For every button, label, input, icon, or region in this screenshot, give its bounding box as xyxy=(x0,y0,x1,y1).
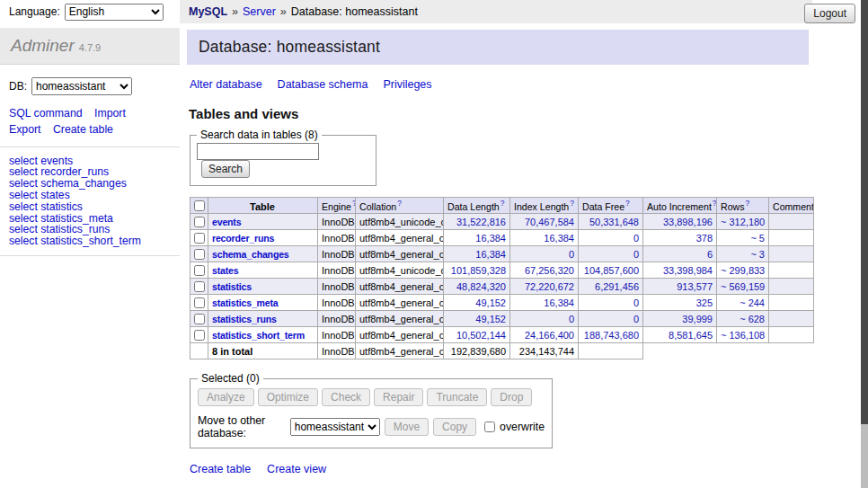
rows-link[interactable]: ~ 628 xyxy=(740,314,765,324)
rows-link[interactable]: ~ 312,180 xyxy=(721,217,765,227)
data-free-link[interactable]: 0 xyxy=(633,233,639,244)
header-row: Table Engine? Collation? Data Length? In… xyxy=(190,198,814,214)
table-name-link[interactable]: events xyxy=(212,217,241,227)
row-checkbox[interactable] xyxy=(194,217,205,227)
database-nav-link[interactable]: Database schema xyxy=(278,78,368,91)
help-icon[interactable]: ? xyxy=(625,199,630,208)
data-length-link[interactable]: 10,502,144 xyxy=(456,330,506,341)
rows-link[interactable]: ~ 244 xyxy=(740,297,765,308)
help-icon[interactable]: ? xyxy=(352,199,356,208)
index-length-link[interactable]: 0 xyxy=(569,249,574,260)
selected-action-button[interactable]: Optimize xyxy=(258,388,318,406)
help-icon[interactable]: ? xyxy=(713,199,717,208)
move-db-select[interactable]: homeassistant xyxy=(290,418,380,436)
database-nav-link[interactable]: Alter database xyxy=(190,78,262,91)
row-checkbox[interactable] xyxy=(194,314,205,324)
table-name-link[interactable]: statistics xyxy=(212,281,252,292)
search-input[interactable] xyxy=(197,143,319,160)
index-length-link[interactable]: 70,467,584 xyxy=(525,217,574,227)
rows-link[interactable]: ~ 569,159 xyxy=(721,281,765,292)
selected-action-button[interactable]: Truncate xyxy=(427,388,487,406)
data-free-link[interactable]: 104,857,600 xyxy=(584,265,639,276)
language-select[interactable]: English xyxy=(65,4,164,21)
comment-cell xyxy=(769,327,814,343)
table-name-link[interactable]: statistics_runs xyxy=(212,314,277,324)
move-button[interactable]: Move xyxy=(385,418,429,436)
data-length-link[interactable]: 101,859,328 xyxy=(451,265,506,276)
rows-link[interactable]: ~ 5 xyxy=(750,233,765,244)
auto-increment-link[interactable]: 39,999 xyxy=(682,314,713,324)
data-length-link[interactable]: 16,384 xyxy=(475,233,506,244)
table-name-link[interactable]: states xyxy=(212,265,238,276)
index-length-link[interactable]: 67,256,320 xyxy=(525,265,574,276)
sidebar-action-link[interactable]: Export xyxy=(9,123,41,136)
rows-link[interactable]: ~ 3 xyxy=(750,249,765,260)
index-length-link[interactable]: 16,384 xyxy=(544,297,574,308)
data-length-link[interactable]: 49,152 xyxy=(475,314,506,324)
index-length-link[interactable]: 72,220,672 xyxy=(525,281,574,292)
auto-increment-cell: 8,581,645 xyxy=(643,327,717,343)
table-name-link[interactable]: recorder_runs xyxy=(212,233,274,244)
data-length-link[interactable]: 48,824,320 xyxy=(456,281,506,292)
search-button[interactable]: Search xyxy=(201,160,250,178)
table-name-link[interactable]: statistics_meta xyxy=(212,297,279,308)
data-free-link[interactable]: 50,331,648 xyxy=(589,217,639,227)
vertical-scrollbar[interactable] xyxy=(861,0,868,488)
help-icon[interactable]: ? xyxy=(570,199,574,208)
index-length-link[interactable]: 16,384 xyxy=(544,233,574,244)
select-all-checkbox[interactable] xyxy=(194,200,205,211)
scrollbar-thumb[interactable] xyxy=(861,0,868,424)
table-name-link[interactable]: statistics_short_term xyxy=(212,330,305,341)
data-free-link[interactable]: 188,743,680 xyxy=(584,330,639,341)
row-checkbox[interactable] xyxy=(194,281,205,292)
selected-action-button[interactable]: Drop xyxy=(491,388,532,406)
data-free-link[interactable]: 6,291,456 xyxy=(595,281,639,292)
sidebar-action-link[interactable]: Create table xyxy=(53,123,113,136)
data-length-link[interactable]: 16,384 xyxy=(475,249,506,260)
auto-increment-link[interactable]: 378 xyxy=(696,233,713,244)
auto-increment-link[interactable]: 6 xyxy=(707,249,713,260)
help-icon[interactable]: ? xyxy=(746,199,750,208)
auto-increment-link[interactable]: 8,581,645 xyxy=(669,330,713,341)
copy-button[interactable]: Copy xyxy=(433,418,476,436)
selected-action-button[interactable]: Check xyxy=(322,388,370,406)
data-free-link[interactable]: 0 xyxy=(633,297,639,308)
overwrite-checkbox[interactable] xyxy=(484,421,495,432)
database-nav-link[interactable]: Privileges xyxy=(383,78,431,91)
index-length-link[interactable]: 0 xyxy=(569,314,574,324)
auto-increment-link[interactable]: 913,577 xyxy=(677,281,713,292)
db-select[interactable]: homeassistant xyxy=(31,77,132,95)
table-name-link[interactable]: schema_changes xyxy=(212,249,289,260)
selected-action-button[interactable]: Repair xyxy=(374,388,423,406)
row-checkbox[interactable] xyxy=(194,249,205,260)
help-icon[interactable]: ? xyxy=(500,199,505,208)
index-length-link[interactable]: 24,166,400 xyxy=(525,330,574,341)
data-free-link[interactable]: 0 xyxy=(633,249,639,260)
sidebar-action-link[interactable]: Import xyxy=(94,107,126,120)
selected-action-button[interactable]: Analyze xyxy=(198,388,254,406)
row-checkbox[interactable] xyxy=(194,265,205,276)
data-length-link[interactable]: 49,152 xyxy=(475,297,506,308)
tables-overview: Table Engine? Collation? Data Length? In… xyxy=(190,197,814,359)
data-length-link[interactable]: 31,522,816 xyxy=(456,217,506,227)
row-checkbox[interactable] xyxy=(194,233,205,244)
sidebar-action-link[interactable]: SQL command xyxy=(9,107,83,120)
sidebar-table-link[interactable]: select statistics_short_term xyxy=(9,235,180,247)
rows-link[interactable]: ~ 136,108 xyxy=(721,330,765,341)
create-link[interactable]: Create view xyxy=(267,463,326,475)
auto-increment-link[interactable]: 33,398,984 xyxy=(663,265,713,276)
row-checkbox[interactable] xyxy=(194,330,205,341)
auto-increment-link[interactable]: 325 xyxy=(696,297,713,308)
total-engine: InnoDB xyxy=(318,343,356,359)
data-free-link[interactable]: 0 xyxy=(633,314,639,324)
auto-increment-link[interactable]: 33,898,196 xyxy=(663,217,713,227)
create-link[interactable]: Create table xyxy=(190,463,251,475)
sidebar-table-link[interactable]: select states xyxy=(9,190,180,201)
rows-link[interactable]: ~ 299,833 xyxy=(721,265,765,276)
breadcrumb-server-link[interactable]: Server xyxy=(243,5,276,18)
row-checkbox[interactable] xyxy=(194,297,205,308)
help-icon[interactable]: ? xyxy=(397,199,402,208)
breadcrumb-root-link[interactable]: MySQL xyxy=(189,5,227,18)
sidebar-table-link[interactable]: select statistics xyxy=(9,201,180,213)
logout-button[interactable]: Logout xyxy=(804,4,855,23)
